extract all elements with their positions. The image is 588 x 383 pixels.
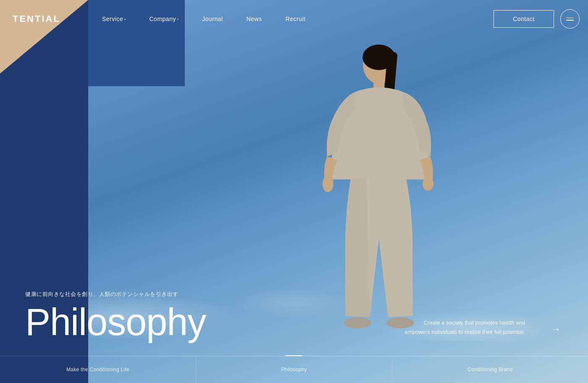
nav-item-recruit[interactable]: Recruit bbox=[274, 0, 318, 38]
nav-item-service[interactable]: Service• bbox=[90, 0, 138, 38]
contact-button[interactable]: Contact bbox=[494, 10, 554, 28]
main-header: TENTIAL Service• Company• Journal News R… bbox=[0, 0, 588, 38]
nav-item-company[interactable]: Company• bbox=[138, 0, 191, 38]
hamburger-menu-button[interactable] bbox=[560, 9, 580, 29]
nav-dot-service: • bbox=[124, 17, 126, 21]
hero-content: 健康に前向きな社会を創り、人類のポテンシャルを引き出す Philosophy bbox=[25, 291, 206, 341]
nav-item-news[interactable]: News bbox=[235, 0, 274, 38]
hero-title: Philosophy bbox=[25, 303, 206, 341]
nav-item-journal[interactable]: Journal bbox=[190, 0, 234, 38]
hero-description: Create a society that promotes health an… bbox=[405, 318, 525, 337]
hero-description-line2: empowers individuals to realize their fu… bbox=[405, 329, 525, 335]
bottom-nav-item-brand[interactable]: Conditioning Brand bbox=[392, 356, 588, 383]
hero-person-image bbox=[273, 34, 483, 362]
header-actions: Contact bbox=[494, 9, 580, 29]
menu-line-bottom bbox=[566, 20, 574, 21]
brand-logo[interactable]: TENTIAL bbox=[13, 13, 60, 24]
hero-arrow-button[interactable]: → bbox=[551, 324, 561, 335]
bottom-nav-item-philosophy[interactable]: Philosophy bbox=[196, 356, 392, 383]
hero-description-line1: Create a society that promotes health an… bbox=[424, 320, 525, 326]
menu-line-top bbox=[566, 18, 574, 18]
nav-dot-company: • bbox=[177, 17, 178, 21]
main-nav: Service• Company• Journal News Recruit bbox=[90, 0, 318, 38]
bottom-nav-item-conditioning[interactable]: Make the Conditioning Life bbox=[0, 356, 196, 383]
bottom-navigation: Make the Conditioning Life Philosophy Co… bbox=[0, 356, 588, 383]
svg-point-6 bbox=[344, 317, 371, 328]
svg-point-5 bbox=[423, 177, 433, 191]
svg-point-4 bbox=[323, 176, 333, 192]
hero-tagline: 健康に前向きな社会を創り、人類のポテンシャルを引き出す bbox=[25, 291, 206, 298]
